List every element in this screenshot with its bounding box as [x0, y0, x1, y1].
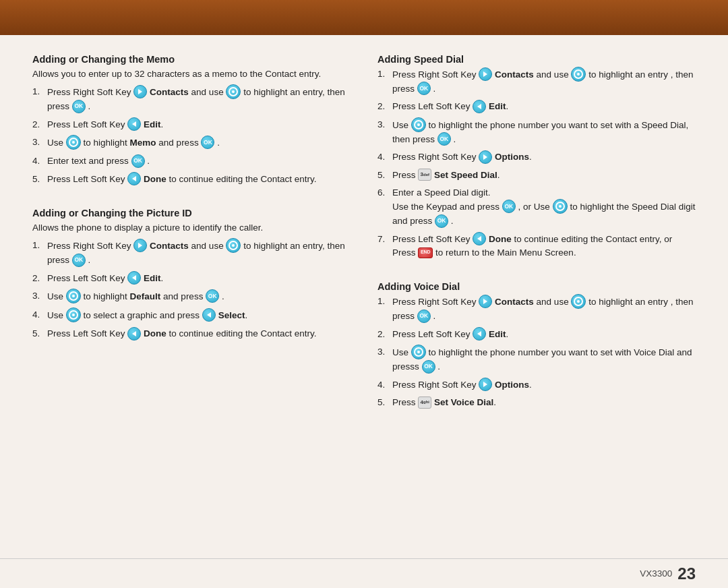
list-item: 1. Press Right Soft Key Contacts and use… — [377, 295, 696, 323]
rsk-icon — [479, 378, 492, 391]
list-item: 1. Press Right Soft Key Contacts and use… — [32, 85, 351, 113]
rsk-icon — [133, 85, 147, 98]
nav-icon — [226, 238, 241, 253]
nav-icon — [411, 345, 426, 359]
list-item: 4. Press Right Soft Key Options. — [377, 150, 696, 164]
lsk-icon — [127, 117, 141, 131]
footer-model: VX3300 — [640, 568, 672, 579]
svg-marker-2 — [132, 176, 136, 181]
ok-icon: OK — [72, 100, 86, 113]
list-item: 4. Enter text and press OK . — [32, 154, 351, 168]
svg-marker-6 — [132, 331, 136, 336]
right-column: Adding Speed Dial 1. Press Right Soft Ke… — [377, 54, 696, 545]
ok-icon: OK — [201, 136, 214, 149]
list-item: 5. Press 4ghi Set Voice Dial. — [377, 396, 696, 409]
ok-icon: OK — [417, 82, 431, 95]
list-item: 6. Enter a Speed Dial digit.Use the Keyp… — [377, 186, 696, 229]
lsk-icon — [127, 327, 141, 341]
section-picture-title: Adding or Changing the Picture ID — [32, 208, 351, 218]
section-picture-steps: 1. Press Right Soft Key Contacts and use… — [32, 239, 351, 341]
key-4-icon: 4ghi — [418, 396, 431, 409]
list-item: 1. Press Right Soft Key Contacts and use… — [377, 67, 696, 96]
section-memo-title: Adding or Changing the Memo — [32, 54, 351, 65]
svg-marker-8 — [477, 104, 481, 109]
svg-marker-7 — [483, 71, 487, 77]
key-3-icon: 3def — [418, 169, 431, 181]
svg-marker-1 — [132, 121, 136, 127]
footer: VX3300 23 — [0, 558, 728, 588]
ok-icon: OK — [437, 132, 451, 146]
ok-icon: OK — [417, 310, 431, 323]
section-speed-dial-title: Adding Speed Dial — [377, 54, 696, 65]
section-memo-steps: 1. Press Right Soft Key Contacts and use… — [32, 85, 351, 186]
lsk-icon — [473, 100, 486, 113]
list-item: 2. Press Left Soft Key Edit. — [32, 118, 351, 131]
header-bar — [0, 0, 728, 35]
svg-marker-10 — [477, 236, 481, 241]
lsk-icon — [473, 327, 486, 341]
section-picture-intro: Allows the phone to display a picture to… — [32, 221, 351, 235]
list-item: 7. Press Left Soft Key Done to continue … — [377, 233, 696, 260]
list-item: 2. Press Left Soft Key Edit. — [377, 328, 696, 341]
footer-page: 23 — [677, 564, 696, 583]
lsk-icon — [127, 172, 141, 185]
section-voice-dial: Adding Voice Dial 1. Press Right Soft Ke… — [377, 281, 696, 413]
nav-icon — [226, 84, 241, 99]
ok-icon: OK — [206, 289, 219, 303]
nav-icon — [411, 117, 426, 132]
rsk-icon — [479, 150, 492, 164]
lsk-icon — [473, 232, 486, 245]
list-item: 5. Press 3def Set Speed Dial. — [377, 169, 696, 182]
section-memo-intro: Allows you to enter up to 32 characters … — [32, 67, 351, 81]
section-speed-dial: Adding Speed Dial 1. Press Right Soft Ke… — [377, 54, 696, 264]
list-item: 1. Press Right Soft Key Contacts and use… — [32, 239, 351, 267]
ok-icon: OK — [502, 200, 516, 213]
section-memo: Adding or Changing the Memo Allows you t… — [32, 54, 351, 190]
svg-marker-12 — [477, 331, 481, 336]
left-column: Adding or Changing the Memo Allows you t… — [32, 54, 351, 545]
ok-icon: OK — [131, 154, 145, 168]
nav-icon — [66, 307, 81, 322]
rsk-icon — [133, 239, 147, 252]
list-item: 3. Use to highlight the phone number you… — [377, 118, 696, 146]
section-picture: Adding or Changing the Picture ID Allows… — [32, 208, 351, 345]
nav-icon — [571, 67, 586, 82]
rsk-icon — [479, 295, 492, 308]
svg-marker-11 — [483, 299, 487, 304]
nav-icon — [553, 199, 568, 214]
rsk-icon — [479, 67, 492, 81]
section-voice-dial-steps: 1. Press Right Soft Key Contacts and use… — [377, 295, 696, 409]
list-item: 5. Press Left Soft Key Done to continue … — [32, 327, 351, 341]
nav-icon — [66, 289, 81, 303]
svg-marker-3 — [138, 243, 142, 248]
list-item: 4. Press Right Soft Key Options. — [377, 378, 696, 392]
list-item: 4. Use to select a graphic and press Sel… — [32, 308, 351, 323]
ok-icon: OK — [422, 360, 435, 374]
lsk-icon — [202, 308, 216, 322]
end-icon — [418, 247, 433, 258]
svg-marker-0 — [138, 89, 142, 94]
nav-icon — [571, 294, 586, 309]
svg-marker-13 — [483, 382, 487, 387]
list-item: 2. Press Left Soft Key Edit. — [377, 100, 696, 113]
section-speed-dial-steps: 1. Press Right Soft Key Contacts and use… — [377, 67, 696, 260]
list-item: 3. Use to highlight Memo and press OK . — [32, 136, 351, 150]
ok-icon: OK — [72, 254, 86, 267]
svg-marker-9 — [483, 154, 487, 160]
list-item: 2. Press Left Soft Key Edit. — [32, 272, 351, 285]
content-area: Adding or Changing the Memo Allows you t… — [0, 35, 728, 558]
list-item: 3. Use to highlight Default and press OK… — [32, 289, 351, 304]
ok-icon: OK — [435, 214, 448, 228]
list-item: 5. Press Left Soft Key Done to continue … — [32, 173, 351, 186]
lsk-icon — [127, 271, 141, 285]
svg-marker-4 — [132, 275, 136, 281]
svg-marker-5 — [207, 312, 211, 318]
nav-icon — [66, 135, 81, 150]
list-item: 3. Use to highlight the phone number you… — [377, 345, 696, 374]
section-voice-dial-title: Adding Voice Dial — [377, 281, 696, 292]
